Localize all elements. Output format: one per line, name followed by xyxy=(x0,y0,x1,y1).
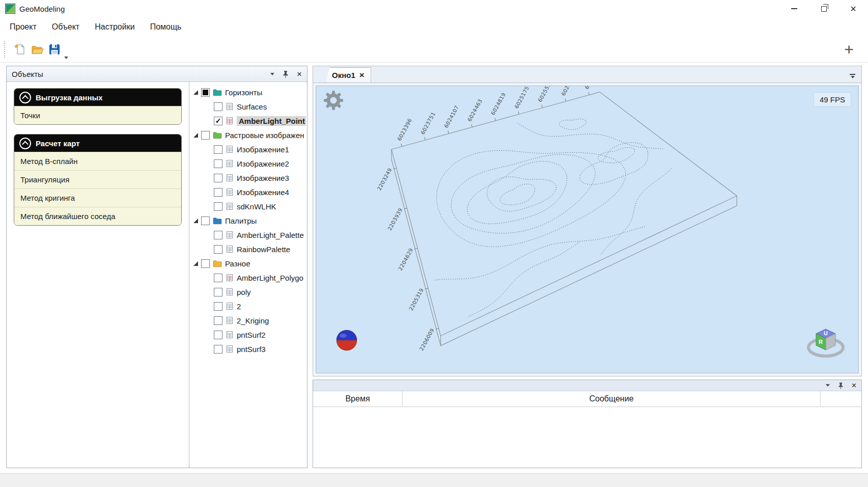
orientation-cube-gizmo[interactable]: U R xyxy=(804,325,847,363)
checkbox-unchecked[interactable] xyxy=(214,331,222,339)
accordion-item[interactable]: Триангуляция xyxy=(14,170,181,188)
tree-node[interactable]: sdKnWLHK xyxy=(190,199,306,213)
axis-tick-label: 2206009 xyxy=(418,327,435,351)
accordion-header[interactable]: Расчет карт xyxy=(14,134,181,152)
tree-node-label: AmberLight_Palette xyxy=(237,231,304,239)
tree-node[interactable]: Изображение1 xyxy=(190,142,306,156)
open-folder-button[interactable] xyxy=(29,40,46,59)
tree-node[interactable]: Surfaces xyxy=(190,99,306,114)
tree-node[interactable]: poly xyxy=(190,285,306,299)
dataset-icon xyxy=(226,145,234,153)
accordion-item[interactable]: Метод ближайшего соседа xyxy=(14,207,181,225)
tree-node[interactable]: 2_Kriging xyxy=(190,313,306,328)
checkbox-unchecked[interactable] xyxy=(214,231,222,239)
checkbox-unchecked[interactable] xyxy=(214,145,222,154)
checkbox-unchecked[interactable] xyxy=(214,159,222,168)
tree-node[interactable]: Разное xyxy=(190,256,306,270)
minimize-button[interactable] xyxy=(779,0,809,17)
log-column-message[interactable]: Сообщение xyxy=(403,391,821,407)
log-chevron-down-icon[interactable] xyxy=(826,384,830,387)
toolbar-overflow-chevron[interactable] xyxy=(64,57,68,59)
cube-top-label: U xyxy=(824,330,828,336)
tab-close-icon[interactable] xyxy=(359,71,365,79)
checkbox-unchecked[interactable] xyxy=(201,131,210,140)
dataset-icon xyxy=(226,188,234,196)
axis-tick-label: 6026242 xyxy=(583,86,601,90)
expander-icon[interactable] xyxy=(193,219,198,223)
dataset-icon xyxy=(226,245,234,253)
new-document-button[interactable] xyxy=(11,40,29,59)
expander-icon[interactable] xyxy=(193,261,198,266)
tree-node[interactable]: Растровые изображен xyxy=(190,128,306,142)
tree-node-label: Разное xyxy=(225,259,250,268)
checkbox-unchecked[interactable] xyxy=(214,345,222,354)
tree-node[interactable]: Палитры xyxy=(190,213,306,228)
panel-pin-icon[interactable] xyxy=(283,70,289,78)
log-table-header: Время Сообщение xyxy=(313,391,861,407)
tab-okno1[interactable]: Окно1 xyxy=(325,67,371,83)
checkbox-unchecked[interactable] xyxy=(214,102,222,111)
expander-icon[interactable] xyxy=(193,133,198,138)
checkbox-unchecked[interactable] xyxy=(201,259,210,268)
log-close-icon[interactable] xyxy=(852,381,856,390)
checkbox-unchecked[interactable] xyxy=(214,316,222,325)
tree-node[interactable]: Изображение3 xyxy=(190,171,306,185)
log-column-filler xyxy=(821,391,861,407)
close-button[interactable] xyxy=(838,0,868,17)
checkbox-unchecked[interactable] xyxy=(214,202,222,211)
panel-close-icon[interactable] xyxy=(297,70,302,78)
tab-strip: Окно1 xyxy=(313,66,862,83)
viewport-frame: 6023396602375160241076024463602481960251… xyxy=(313,83,862,376)
tree-node-label: RainbowPalette xyxy=(237,245,290,254)
checkbox-unchecked[interactable] xyxy=(214,288,222,296)
tree-node[interactable]: Изображение4 xyxy=(190,185,306,199)
accordion-item[interactable]: Метод кригинга xyxy=(14,188,181,207)
tree-node[interactable]: pntSurf2 xyxy=(190,328,306,342)
viewport-3d[interactable]: 6023396602375160241076024463602481960251… xyxy=(316,86,859,373)
restore-button[interactable] xyxy=(809,0,838,17)
checkbox-unchecked[interactable] xyxy=(214,245,222,254)
panel-chevron-down-icon[interactable] xyxy=(270,73,274,75)
checkbox-checked[interactable] xyxy=(214,117,222,125)
tree-node[interactable]: RainbowPalette xyxy=(190,242,306,256)
expander-icon[interactable] xyxy=(193,90,198,95)
viewport-settings-button[interactable] xyxy=(323,90,344,113)
tree-node[interactable]: pntSurf3 xyxy=(190,342,306,356)
dataset-icon xyxy=(226,159,234,168)
tree-node[interactable]: Горизонты xyxy=(190,85,306,99)
tree-node[interactable]: 2 xyxy=(190,299,306,313)
accordion-title: Выгрузка данных xyxy=(36,93,103,102)
checkbox-indeterminate[interactable] xyxy=(201,88,210,97)
accordion-item[interactable]: Метод B-сплайн xyxy=(14,152,181,170)
checkbox-unchecked[interactable] xyxy=(214,274,222,282)
accordion-header[interactable]: Выгрузка данных xyxy=(14,89,181,106)
checkbox-unchecked[interactable] xyxy=(201,217,210,225)
tree-node-label: AmberLight_Polygo xyxy=(237,274,303,282)
tree-node-label: Изображение3 xyxy=(237,174,289,182)
tree-node[interactable]: AmberLight_Palette xyxy=(190,228,306,242)
menu-item-1[interactable]: Проект xyxy=(2,22,44,32)
tree-node[interactable]: AmberLight_Point xyxy=(190,114,306,128)
accordion-section-2: Расчет картМетод B-сплайнТриангуляцияМет… xyxy=(14,134,182,226)
workspace: Объекты Выгрузка данныхТочкиРасчет картМ… xyxy=(0,63,868,473)
folder-icon xyxy=(213,260,222,267)
orientation-sphere-gizmo[interactable] xyxy=(335,329,358,354)
menu-item-3[interactable]: Настройки xyxy=(87,22,142,32)
tree-node[interactable]: Изображение2 xyxy=(190,156,306,171)
accordion-section-1: Выгрузка данныхТочки xyxy=(14,88,182,125)
tree-node[interactable]: AmberLight_Polygo xyxy=(190,270,306,285)
dataset-icon xyxy=(226,102,234,111)
checkbox-unchecked[interactable] xyxy=(214,188,222,197)
accordion-item[interactable]: Точки xyxy=(14,106,181,124)
menu-item-2[interactable]: Объект xyxy=(44,22,87,32)
save-button[interactable] xyxy=(46,40,63,59)
menu-item-4[interactable]: Помощь xyxy=(143,22,189,32)
add-window-button[interactable]: + xyxy=(844,41,854,58)
window-list-icon[interactable] xyxy=(850,74,855,78)
checkbox-unchecked[interactable] xyxy=(214,302,222,311)
chevron-down-icon xyxy=(64,57,68,59)
log-column-time[interactable]: Время xyxy=(313,391,403,407)
toolbar-grip[interactable] xyxy=(4,41,7,58)
checkbox-unchecked[interactable] xyxy=(214,174,222,182)
log-pin-icon[interactable] xyxy=(838,382,844,389)
